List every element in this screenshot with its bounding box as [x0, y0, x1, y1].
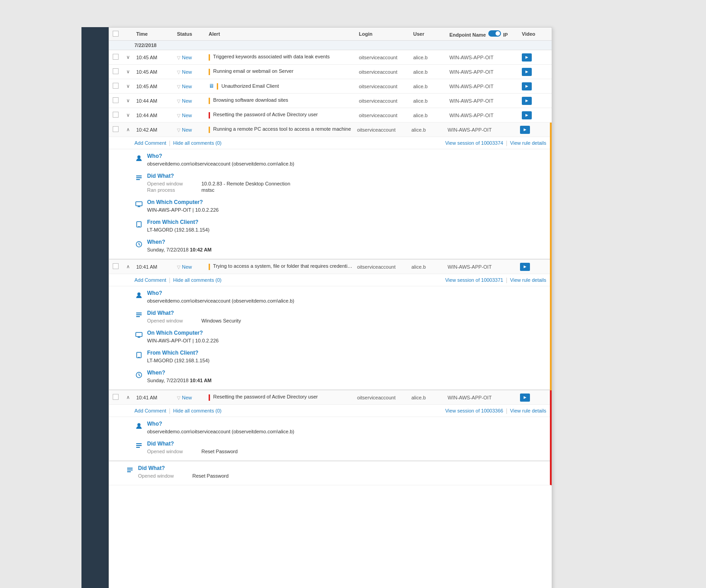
hide-comments-link[interactable]: Hide all comments (0): [173, 140, 221, 146]
status-badge[interactable]: New: [182, 113, 192, 118]
video-play-icon[interactable]: [522, 68, 532, 76]
row-expand-chevron[interactable]: [122, 110, 134, 120]
view-session-link[interactable]: View session of 10003374: [445, 140, 503, 146]
row-checkbox[interactable]: [109, 392, 122, 403]
alert-indicator: [209, 112, 210, 119]
row-user: alice.b: [411, 96, 448, 105]
filter-icon[interactable]: ▽: [177, 113, 181, 118]
expanded-row-group: 10:42 AM ▽ New Running a remote PC acces…: [109, 123, 552, 260]
row-video-btn[interactable]: [520, 95, 534, 107]
view-session-link[interactable]: View session of 10003371: [445, 277, 503, 283]
filter-icon[interactable]: ▽: [177, 70, 181, 75]
row-expand-chevron[interactable]: [122, 125, 134, 134]
row-alert-text: Resetting the password of Active Directo…: [207, 392, 355, 402]
from-which-icon: [134, 220, 143, 229]
row-endpoint: WIN-AWS-APP-OIT: [448, 82, 506, 91]
add-comment-link[interactable]: Add Comment: [134, 277, 166, 283]
video-play-icon[interactable]: [522, 111, 532, 119]
row-video-btn[interactable]: [520, 81, 534, 92]
did-what-label: Did What?: [147, 310, 546, 316]
row-checkbox[interactable]: [109, 66, 122, 77]
view-session-link[interactable]: View session of 10003366: [445, 408, 503, 413]
status-badge[interactable]: New: [182, 264, 192, 270]
view-rule-link[interactable]: View rule details: [510, 277, 546, 283]
row-checkbox[interactable]: [109, 110, 122, 120]
row-checkbox[interactable]: [109, 261, 122, 272]
video-play-icon[interactable]: [520, 394, 530, 402]
row-ip: [506, 114, 520, 117]
on-which-label: On Which Computer?: [147, 199, 546, 205]
row-endpoint: WIN-AWS-APP-OIT: [448, 111, 506, 120]
alert-indicator: [209, 264, 210, 270]
row-status: ▽ New: [175, 53, 207, 62]
on-which-icon: [134, 331, 143, 340]
alert-row: 10:45 AM ▽ New 🖥 Unauthorized Email Clie…: [109, 79, 552, 94]
add-comment-link[interactable]: Add Comment: [134, 408, 166, 413]
row-video-btn[interactable]: [518, 392, 532, 403]
row-checkbox[interactable]: [109, 95, 122, 106]
row-checkbox[interactable]: [109, 81, 122, 91]
row-expand-chevron[interactable]: [122, 81, 134, 91]
view-rule-link[interactable]: View rule details: [510, 408, 546, 413]
video-play-icon[interactable]: [520, 126, 530, 134]
row-alert-text: Browsing software download sites: [207, 95, 357, 105]
video-play-icon[interactable]: [522, 53, 532, 62]
opened-window-row: Opened window Windows Security: [147, 318, 546, 323]
row-video-btn[interactable]: [520, 66, 534, 78]
did-what-bottom-section: Did What? Opened window Reset Password: [109, 461, 550, 481]
video-play-icon[interactable]: [520, 263, 530, 271]
add-comment-link[interactable]: Add Comment: [134, 140, 166, 146]
ran-process-row: Ran process mstsc: [147, 187, 546, 193]
endpoint-ip-toggle[interactable]: [488, 30, 501, 37]
on-which-content: On Which Computer? WIN-AWS-APP-OIT | 10.…: [147, 199, 546, 213]
row-expand-chevron[interactable]: [122, 393, 134, 402]
row-alert-text: Triggered keywords associated with data …: [207, 52, 357, 62]
row-video-btn[interactable]: [518, 261, 532, 273]
did-what-label: Did What?: [147, 173, 546, 179]
col-alert: Alert: [207, 31, 357, 37]
row-video-btn[interactable]: [520, 52, 534, 63]
row-checkbox[interactable]: [109, 52, 122, 62]
view-rule-link[interactable]: View rule details: [510, 140, 546, 146]
right-links: View session of 10003366 | View rule det…: [445, 408, 546, 414]
row-status: ▽ New: [175, 393, 207, 402]
filter-icon[interactable]: ▽: [177, 55, 181, 60]
status-badge[interactable]: New: [182, 395, 192, 400]
filter-icon[interactable]: ▽: [177, 84, 181, 89]
row-status: ▽ New: [175, 96, 207, 105]
status-badge[interactable]: New: [182, 84, 192, 89]
filter-icon[interactable]: ▽: [177, 99, 181, 104]
filter-icon[interactable]: ▽: [177, 395, 181, 400]
row-video-btn[interactable]: [520, 109, 534, 121]
opened-window-value: Reset Password: [201, 449, 238, 454]
row-time: 10:41 AM: [134, 262, 175, 271]
status-badge[interactable]: New: [182, 55, 192, 60]
row-expand-chevron[interactable]: [122, 52, 134, 62]
row-expand-chevron[interactable]: [122, 67, 134, 76]
hide-comments-link[interactable]: Hide all comments (0): [173, 277, 221, 283]
hide-comments-link[interactable]: Hide all comments (0): [173, 408, 221, 413]
row-login: oitserviceaccount: [357, 96, 411, 105]
row-user: alice.b: [411, 111, 448, 120]
select-all-checkbox[interactable]: [113, 31, 119, 37]
from-which-value-row: LT-MGORD (192.168.1.154): [147, 227, 546, 232]
status-badge[interactable]: New: [182, 69, 192, 75]
when-section: When? Sunday, 7/22/2018 10:42 AM: [109, 235, 550, 255]
filter-icon[interactable]: ▽: [177, 128, 181, 133]
who-content: Who? observeitdemo.com\oitserviceaccount…: [147, 153, 546, 167]
row-expand-chevron[interactable]: [122, 96, 134, 105]
col-select-all[interactable]: [109, 31, 122, 38]
filter-icon[interactable]: ▽: [177, 265, 181, 270]
video-play-icon[interactable]: [522, 82, 532, 90]
row-expand-chevron[interactable]: [122, 262, 134, 271]
row-time: 10:45 AM: [134, 53, 175, 62]
date-label: 7/22/2018: [134, 43, 157, 48]
video-play-icon[interactable]: [522, 97, 532, 105]
row-status: ▽ New: [175, 67, 207, 76]
row-endpoint: WIN-AWS-APP-OIT: [446, 262, 505, 271]
status-badge[interactable]: New: [182, 127, 192, 133]
row-video-btn[interactable]: [518, 124, 532, 136]
row-checkbox[interactable]: [109, 124, 122, 135]
alert-row-expanded: 10:41 AM ▽ New Resetting the password of…: [109, 390, 550, 405]
status-badge[interactable]: New: [182, 98, 192, 104]
